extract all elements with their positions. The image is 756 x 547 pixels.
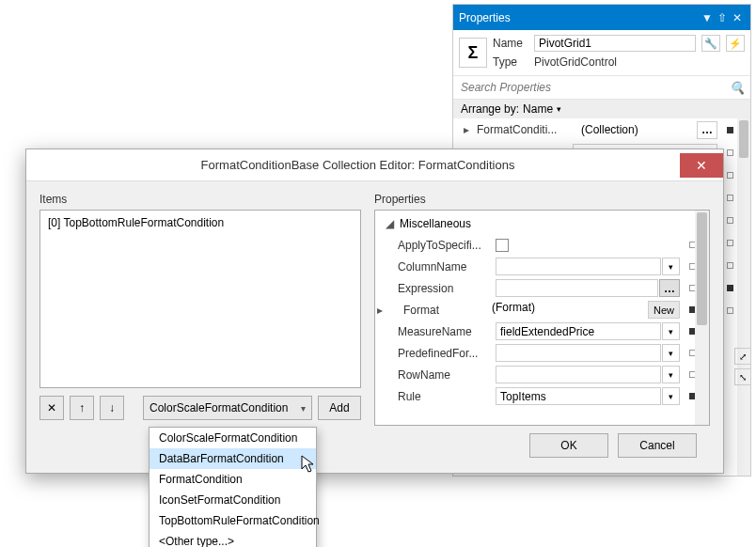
type-value: PivotGridControl [534, 55, 745, 69]
side-tool-icons: ⤢ ⤡ [734, 348, 751, 385]
expand-icon[interactable]: ▸ [375, 304, 385, 317]
value-input[interactable] [496, 279, 658, 297]
scrollbar-thumb[interactable] [739, 120, 748, 158]
dropdown-option[interactable]: ColorScaleFormatCondition [150, 428, 316, 448]
value-input[interactable] [496, 387, 661, 405]
object-icon: Σ [459, 38, 487, 68]
dropdown-button[interactable]: ▾ [662, 344, 680, 362]
new-button[interactable]: New [648, 301, 680, 319]
property-marker[interactable] [727, 262, 733, 269]
dialog-property-grid: ◢ Miscellaneous ApplyToSpecifi... Column… [374, 210, 710, 426]
scrollbar[interactable] [737, 118, 750, 476]
dropdown-button[interactable]: ▾ [662, 366, 680, 383]
prop-row-rule[interactable]: Rule ▾ [377, 385, 696, 407]
dropdown-button[interactable]: ▾ [662, 322, 680, 340]
type-label: Type [493, 55, 528, 69]
property-marker[interactable] [727, 127, 733, 133]
value-text: (Format) [488, 301, 647, 319]
name-input[interactable] [534, 35, 696, 52]
search-icon[interactable]: 🔍 [730, 81, 745, 95]
value-input[interactable] [496, 322, 661, 340]
dropdown-option[interactable]: FormatCondition [150, 469, 316, 490]
property-marker[interactable] [727, 172, 733, 179]
property-marker[interactable] [727, 285, 733, 291]
value-input[interactable] [496, 258, 661, 275]
close-icon[interactable]: ✕ [730, 11, 745, 24]
expand-all-icon[interactable]: ⤢ [734, 348, 751, 365]
prop-row-format[interactable]: ▸ Format (Format)New [377, 299, 696, 320]
dialog-title: FormatConditionBase Collection Editor: F… [36, 158, 680, 172]
arrange-label: Arrange by: [461, 102, 519, 116]
move-down-button[interactable]: ↓ [100, 396, 124, 420]
ellipsis-button[interactable]: … [659, 279, 680, 297]
dialog-close-button[interactable]: ✕ [680, 153, 723, 178]
property-marker[interactable] [727, 240, 733, 246]
search-input[interactable] [459, 79, 730, 96]
dropdown-option[interactable]: DataBarFormatCondition [150, 448, 316, 469]
properties-title: Properties [459, 11, 511, 24]
checkbox[interactable] [496, 239, 509, 252]
collapse-icon[interactable]: ◢ [385, 217, 394, 230]
dropdown-option[interactable]: <Other type...> [150, 531, 316, 547]
scrollbar-thumb[interactable] [697, 212, 707, 325]
value-input[interactable] [496, 366, 661, 383]
items-listbox[interactable]: [0] TopBottomRuleFormatCondition [39, 210, 361, 388]
chevron-down-icon: ▾ [557, 104, 561, 114]
add-button[interactable]: Add [318, 396, 361, 420]
dropdown-option[interactable]: IconSetFormatCondition [150, 490, 316, 510]
prop-row-formatconditions[interactable]: ▸ FormatConditi... (Collection) … [453, 118, 737, 141]
events-button[interactable]: ⚡ [726, 35, 745, 52]
category-label: Miscellaneous [400, 217, 471, 230]
move-up-button[interactable]: ↑ [70, 396, 94, 420]
property-marker[interactable] [727, 307, 733, 314]
type-dropdown-popup: ColorScaleFormatCondition DataBarFormatC… [149, 427, 317, 547]
dropdown-option[interactable]: TopBottomRuleFormatCondition [150, 510, 316, 531]
type-dropdown-value: ColorScaleFormatCondition [150, 401, 288, 414]
pin-icon[interactable]: ⇧ [715, 11, 730, 24]
properties-titlebar[interactable]: Properties ▼ ⇧ ✕ [453, 5, 750, 30]
prop-row-apply[interactable]: ApplyToSpecifi... [377, 234, 696, 256]
expand-icon[interactable]: ▸ [462, 123, 471, 136]
property-marker[interactable] [727, 195, 733, 201]
prop-row-columnname[interactable]: ColumnName ▾ [377, 256, 696, 277]
prop-name: FormatConditi... [477, 123, 575, 136]
scrollbar[interactable] [695, 211, 709, 425]
ellipsis-button[interactable]: … [697, 121, 717, 139]
property-marker[interactable] [727, 149, 733, 156]
property-marker[interactable] [727, 217, 733, 224]
chevron-down-icon: ▾ [301, 403, 306, 414]
properties-object-header: Σ Name 🔧 ⚡ Type PivotGridControl [453, 30, 750, 76]
prop-row-measurename[interactable]: MeasureName ▾ [377, 320, 696, 342]
wrench-button[interactable]: 🔧 [701, 35, 720, 52]
prop-row-predefined[interactable]: PredefinedFor... ▾ [377, 342, 696, 364]
ok-button[interactable]: OK [529, 433, 608, 458]
type-dropdown[interactable]: ColorScaleFormatCondition ▾ [143, 396, 312, 420]
prop-row-expression[interactable]: Expression … [377, 277, 696, 299]
dropdown-button[interactable]: ▾ [662, 387, 680, 405]
arrange-row[interactable]: Arrange by: Name ▾ [453, 100, 750, 118]
dropdown-button[interactable]: ▾ [662, 258, 680, 275]
prop-value: (Collection) [581, 123, 691, 136]
value-input[interactable] [496, 344, 661, 362]
arrange-value: Name [523, 102, 553, 116]
dialog-titlebar[interactable]: FormatConditionBase Collection Editor: F… [26, 149, 723, 181]
category-row[interactable]: ◢ Miscellaneous [377, 212, 696, 234]
remove-button[interactable]: ✕ [39, 396, 64, 420]
collapse-all-icon[interactable]: ⤡ [734, 368, 751, 385]
items-label: Items [39, 193, 361, 206]
dropdown-icon[interactable]: ▼ [700, 11, 715, 24]
list-item[interactable]: [0] TopBottomRuleFormatCondition [44, 214, 356, 231]
name-label: Name [493, 37, 528, 50]
collection-editor-dialog: FormatConditionBase Collection Editor: F… [25, 148, 724, 474]
prop-row-rowname[interactable]: RowName ▾ [377, 364, 696, 385]
search-row: 🔍 [453, 76, 750, 100]
properties-label: Properties [374, 193, 710, 206]
cancel-button[interactable]: Cancel [618, 433, 697, 458]
